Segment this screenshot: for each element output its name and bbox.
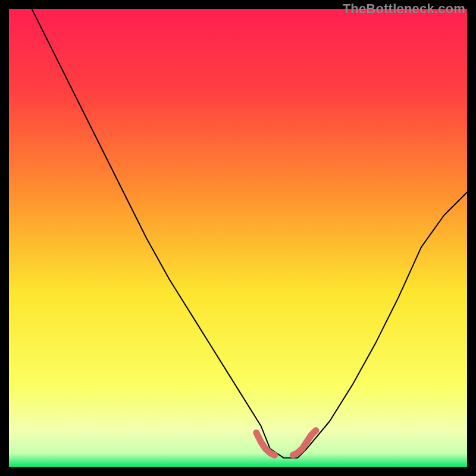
plot-area — [9, 9, 467, 467]
watermark-text: TheBottleneck.com — [343, 1, 465, 17]
bottleneck-curve — [9, 9, 467, 467]
